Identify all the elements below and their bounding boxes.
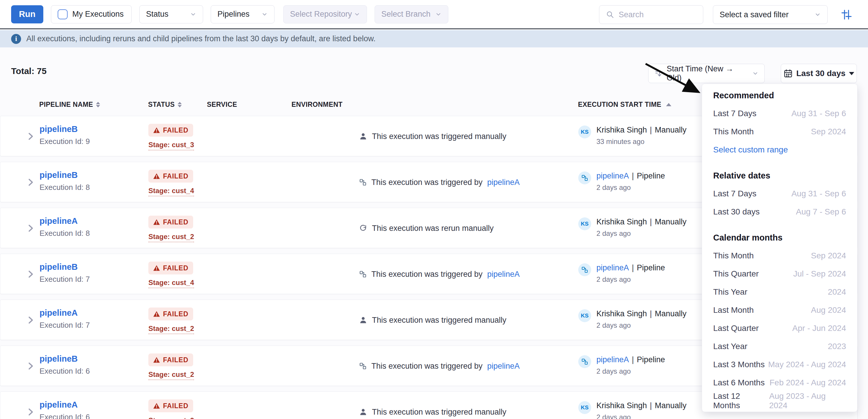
expand-chevron-right-icon[interactable] (26, 407, 35, 418)
date-menu-item-label: This Year (713, 287, 747, 297)
search-input[interactable] (619, 10, 689, 19)
pipeline-name-link[interactable]: pipelineA (39, 308, 78, 318)
pipeline-name-cell: pipelineA Execution Id: 7 (39, 308, 90, 330)
status-cell: FAILED Stage: cust_4 (148, 170, 194, 196)
date-menu-item[interactable]: This Quarter Jul - Sep 2024 (702, 265, 857, 283)
date-menu-item[interactable]: Last 6 Months Feb 2024 - Aug 2024 (702, 374, 857, 392)
avatar-initials: KS (581, 221, 589, 227)
column-header-pipeline-name[interactable]: PIPELINE NAME (39, 101, 100, 108)
trigger-pipeline-link[interactable]: pipelineA (487, 362, 520, 371)
stage-link[interactable]: Stage: cust_2 (148, 324, 194, 334)
pipeline-name-cell: pipelineB Execution Id: 6 (39, 354, 90, 376)
column-header-status[interactable]: STATUS (148, 101, 182, 108)
stage-link[interactable]: Stage: cust_3 (148, 141, 194, 151)
my-executions-label: My Executions (72, 10, 124, 19)
date-menu-item[interactable]: Last 30 days Aug 7 - Sep 6 (702, 203, 857, 221)
date-menu-item[interactable]: This Year 2024 (702, 283, 857, 301)
execution-id: Execution Id: 6 (39, 366, 90, 376)
date-menu-item[interactable]: Last Quarter Apr - Jun 2024 (702, 319, 857, 337)
expand-chevron-right-icon[interactable] (26, 223, 35, 234)
trigger-cell: This execution was triggered manually (359, 300, 506, 340)
saved-filter-label: Select a saved filter (720, 10, 789, 19)
pipeline-name-link[interactable]: pipelineB (39, 262, 78, 271)
filter-settings-button[interactable] (840, 9, 852, 21)
status-badge: FAILED (148, 124, 193, 137)
trigger-cell: This execution was triggered by pipeline… (359, 162, 520, 202)
date-menu-item[interactable]: Last 7 Days Aug 31 - Sep 6 (702, 104, 857, 123)
stage-link[interactable]: Stage: cust_4 (148, 279, 194, 288)
my-executions-checkbox[interactable] (58, 9, 68, 19)
date-menu-item[interactable]: Select custom range (702, 141, 857, 159)
date-range-label: Last 30 days (796, 69, 845, 78)
sort-dropdown[interactable]: Start Time (New → Old) (648, 64, 765, 83)
starter-via: Manually (655, 401, 687, 410)
trigger-text: This execution was triggered manually (372, 132, 506, 141)
date-menu-item-label: Last 12 Months (713, 391, 769, 410)
date-range-button[interactable]: Last 30 days (781, 64, 857, 83)
date-menu-item[interactable]: Last Month Aug 2024 (702, 301, 857, 319)
date-menu-item[interactable]: Last Year 2023 (702, 337, 857, 355)
execution-start-cell: pipelineA|Pipeline 2 days ago (578, 263, 665, 284)
stage-link[interactable]: Stage: cust_2 (148, 233, 194, 242)
date-menu-item-value: Jul - Sep 2024 (793, 269, 846, 279)
trigger-text: This execution was triggered by (371, 178, 483, 187)
date-menu-item[interactable]: Last 7 Days Aug 31 - Sep 6 (702, 185, 857, 203)
date-menu-item-label: This Quarter (713, 269, 759, 279)
status-badge: FAILED (148, 170, 193, 183)
expand-chevron-right-icon[interactable] (26, 360, 35, 372)
avatar (578, 171, 591, 184)
date-range-menu: Recommended Last 7 Days Aug 31 - Sep 6 T… (702, 84, 858, 412)
my-executions-toggle[interactable]: My Executions (51, 5, 132, 23)
run-button[interactable]: Run (11, 5, 43, 23)
pipeline-name-link[interactable]: pipelineB (39, 124, 78, 134)
select-branch-label: Select Branch (381, 10, 431, 19)
date-menu-section-header: Calendar months (702, 228, 857, 247)
pipe-separator: | (650, 126, 652, 134)
stage-link[interactable]: Stage: cust_2 (148, 416, 194, 419)
stage-link[interactable]: Stage: cust_2 (148, 370, 194, 380)
select-branch-dropdown[interactable]: Select Branch (375, 5, 448, 23)
pipe-separator: | (650, 217, 652, 226)
manual-trigger-person-icon (359, 316, 367, 324)
expand-chevron-right-icon[interactable] (26, 131, 35, 142)
expand-chevron-right-icon[interactable] (26, 315, 35, 326)
avatar (578, 355, 591, 368)
date-menu-item-value: Aug 31 - Sep 6 (791, 109, 846, 118)
pipelines-filter-dropdown[interactable]: Pipelines (211, 5, 275, 23)
status-badge-label: FAILED (163, 356, 188, 364)
column-header-label: SERVICE (207, 101, 237, 108)
expand-chevron-right-icon[interactable] (26, 268, 35, 280)
status-badge: FAILED (148, 399, 193, 412)
status-filter-label: Status (146, 10, 168, 19)
date-menu-item-value: 2024 (828, 287, 846, 297)
pipeline-name-link[interactable]: pipelineA (39, 400, 78, 409)
select-repository-dropdown[interactable]: Select Repository (283, 5, 367, 23)
pipe-separator: | (650, 309, 652, 318)
date-menu-item-label: Last Year (713, 342, 747, 351)
trigger-text: This execution was triggered by (371, 270, 483, 279)
info-banner-text: All executions, including reruns and chi… (26, 34, 375, 43)
date-menu-item-label: Last 6 Months (713, 378, 765, 387)
date-menu-item[interactable]: Last 3 Months May 2024 - Aug 2024 (702, 355, 857, 374)
date-menu-item-value: Aug 31 - Sep 6 (791, 189, 846, 198)
trigger-pipeline-link[interactable]: pipelineA (487, 178, 520, 187)
date-menu-item-value: Aug 2023 - Aug 2024 (769, 391, 846, 410)
pipeline-name-link[interactable]: pipelineB (39, 170, 78, 180)
saved-filter-dropdown[interactable]: Select a saved filter (713, 5, 828, 24)
status-filter-dropdown[interactable]: Status (139, 5, 203, 23)
date-menu-item-value: Sep 2024 (811, 127, 846, 136)
expand-chevron-right-icon[interactable] (26, 177, 35, 188)
trigger-pipeline-link[interactable]: pipelineA (487, 270, 520, 279)
date-menu-item[interactable]: Last 12 Months Aug 2023 - Aug 2024 (702, 392, 857, 410)
date-menu-section-header: Recommended (702, 86, 857, 104)
date-menu-item[interactable]: This Month Sep 2024 (702, 123, 857, 141)
stage-link[interactable]: Stage: cust_4 (148, 187, 194, 196)
column-header-execution-start-time[interactable]: EXECUTION START TIME (578, 101, 671, 108)
pipeline-name-link[interactable]: pipelineA (39, 216, 78, 226)
date-menu-item[interactable]: This Month Sep 2024 (702, 247, 857, 265)
pipeline-name-cell: pipelineB Execution Id: 9 (39, 124, 90, 146)
trigger-cell: This execution was triggered manually (359, 116, 506, 157)
pipeline-name-link[interactable]: pipelineB (39, 354, 78, 363)
date-menu-item-label: Last 30 days (713, 207, 760, 217)
trigger-text: This execution was triggered manually (372, 316, 506, 325)
